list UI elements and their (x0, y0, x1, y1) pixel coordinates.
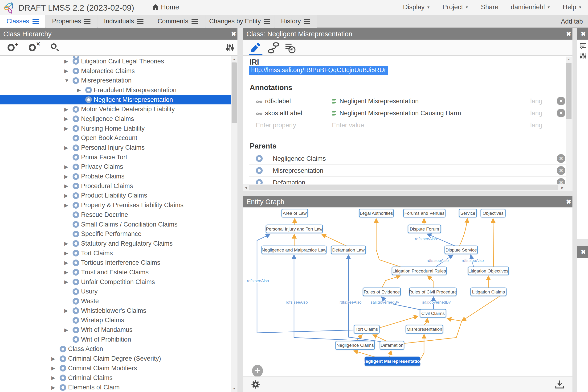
tree-item-whistleblower-s-claims[interactable]: ▶Whistleblower's Claims (0, 306, 231, 316)
parent-class-label[interactable]: Misrepresentation (273, 167, 323, 174)
menu-display[interactable]: Display▼ (403, 3, 430, 11)
tab-menu-icon[interactable] (137, 18, 143, 25)
tree-item-product-liability-claims[interactable]: ▶Product Liability Claims (0, 191, 231, 200)
tab-menu-icon[interactable] (264, 18, 270, 25)
graph-edge[interactable] (390, 350, 391, 357)
graph-edge[interactable] (462, 296, 500, 321)
add-node-button[interactable]: + (252, 365, 263, 377)
tab-individuals[interactable]: Individuals (97, 15, 150, 28)
tree-item-writ-of-mandamus[interactable]: ▶Writ of Mandamus (0, 325, 231, 335)
delete-annotation-button[interactable]: ✕ (557, 97, 565, 105)
graph-node-defamation[interactable]: Defamation (380, 341, 404, 349)
graph-node-legal-authorities[interactable]: Legal Authorities (359, 209, 393, 217)
tab-properties[interactable]: Properties (45, 15, 97, 28)
remove-parent-button[interactable]: ✕ (557, 154, 565, 163)
graph-node-objectives[interactable]: Objectives (481, 209, 505, 217)
graph-node-litigation-procedural-rules[interactable]: Litigation Procedural Rules (392, 267, 446, 275)
tree-item-motor-vehicle-dealership-liability[interactable]: ▶Motor Vehicle Dealership Liability (0, 104, 231, 114)
expand-icon[interactable]: ▶ (64, 164, 72, 170)
tree-item-class-action[interactable]: Class Action (0, 344, 231, 354)
tab-history[interactable]: History (275, 15, 317, 28)
tab-menu-icon[interactable] (192, 18, 198, 25)
new-property-input[interactable]: Enter property (256, 122, 296, 129)
expand-icon[interactable]: ▶ (64, 126, 72, 131)
annotation-lang-placeholder[interactable]: lang (530, 98, 542, 105)
annotation-value[interactable]: Negligent Misrepresentation Causing Harm (339, 110, 461, 117)
annotation-value[interactable]: Negligent Misrepresentation (339, 98, 419, 105)
filter-icon[interactable] (580, 52, 587, 60)
scroll-down-icon[interactable]: ▼ (231, 386, 238, 392)
panel-divider[interactable] (238, 28, 243, 392)
tab-classes[interactable]: Classes (0, 15, 45, 28)
tree-item-fraudulent-misrepresentation[interactable]: ▶Fraudulent Misrepresentation (0, 85, 231, 95)
download-icon[interactable] (555, 380, 565, 389)
graph-edge[interactable] (420, 334, 424, 360)
tree-item-trust-and-estate-claims[interactable]: ▶Trust and Estate Claims (0, 268, 231, 277)
scroll-up-icon[interactable]: ▲ (566, 56, 572, 62)
graph-node-rules-of-civil-procedure[interactable]: Rules of Civil Procedure (409, 288, 457, 296)
expand-icon[interactable]: ▶ (64, 145, 72, 150)
tree-item-prima-facie-tort[interactable]: Prima Facie Tort (0, 152, 231, 162)
expand-icon[interactable]: ▶ (64, 327, 72, 333)
expand-icon[interactable]: ▶ (64, 308, 72, 314)
comment-icon[interactable] (580, 43, 587, 50)
parent-class-label[interactable]: Defamation (273, 179, 305, 184)
graph-edge[interactable] (428, 276, 433, 288)
remove-parent-button[interactable]: ✕ (557, 166, 565, 175)
graph-node-negligent-misrepresentation[interactable]: Negligent Misrepresentation (362, 357, 423, 366)
scroll-thumb[interactable] (566, 63, 572, 119)
tree-item-privacy-claims[interactable]: ▶Privacy Claims (0, 162, 231, 172)
tree-item-procedural-claims[interactable]: ▶Procedural Claims (0, 181, 231, 191)
graph-node-litigation-objectives[interactable]: Litigation Objectives (468, 267, 509, 275)
expand-icon[interactable]: ▶ (64, 183, 72, 189)
relationships-graph-icon[interactable] (268, 42, 280, 54)
tree-item-open-book-account[interactable]: Open Book Account (0, 134, 231, 143)
tree-item-usury[interactable]: Usury (0, 287, 231, 296)
graph-edge[interactable] (382, 276, 400, 288)
scroll-thumb[interactable] (249, 185, 558, 190)
tree-item-statutory-and-regulatory-claims[interactable]: ▶Statutory and Regulatory Claims (0, 239, 231, 248)
tree-item-elements-of-claim[interactable]: ▶Elements of Claim (0, 382, 231, 392)
tree-item-property-premises-liability-claims[interactable]: ▶Property & Premises Liability Claims (0, 200, 231, 210)
close-icon[interactable]: ✖ (580, 31, 587, 37)
home-link[interactable]: Home (152, 3, 179, 11)
tree-item-litigation-civil-legal-theories[interactable]: ▶Litigation Civil Legal Theories (0, 56, 231, 66)
entity-graph-canvas[interactable]: rdfs:seeAlsordfs:seeAlsordfs:seeAlsordfs… (243, 208, 573, 376)
graph-node-negligence-malpractice-law[interactable]: Negligence and Malpractice Law (262, 246, 326, 254)
tab-menu-icon[interactable] (304, 18, 310, 25)
expand-icon[interactable]: ▶ (64, 106, 72, 112)
expand-icon[interactable]: ▶ (64, 250, 72, 256)
graph-node-rules-of-evidence[interactable]: Rules of Evidence (363, 288, 400, 296)
close-icon[interactable]: ✖ (565, 198, 572, 205)
tree-item-criminal-claim-degree-severity-[interactable]: ▶Criminal Claim Degree (Severity) (0, 354, 231, 364)
tree-item-malpractice-claims[interactable]: ▶Malpractice Claims (0, 66, 231, 76)
tab-menu-icon[interactable] (32, 18, 39, 25)
menu-help[interactable]: Help▼ (563, 3, 582, 11)
expand-icon[interactable]: ▶ (64, 260, 72, 266)
graph-node-personal-injury-tort-law[interactable]: Personal Injury and Tort Law (266, 225, 323, 233)
graph-edge[interactable] (376, 218, 400, 267)
expand-icon[interactable]: ▶ (51, 385, 60, 390)
graph-node-forums-and-venues[interactable]: Forums and Venues (404, 209, 445, 217)
tree-item-tort-claims[interactable]: ▶Tort Claims (0, 248, 231, 258)
tree-item-negligence-claims[interactable]: ▶Negligence Claims (0, 114, 231, 124)
close-icon[interactable]: ✖ (565, 31, 572, 37)
graph-edge[interactable] (459, 218, 467, 246)
tree-scrollbar[interactable]: ▲ ▼ (231, 56, 238, 392)
menu-damienriehl[interactable]: damienriehl▼ (511, 3, 551, 11)
expand-icon[interactable]: ▶ (51, 365, 60, 371)
graph-edge[interactable] (354, 351, 375, 357)
tree-item-small-claims-conciliation-claims[interactable]: Small Claims / Conciliation Claims (0, 220, 231, 229)
tree-item-probate-claims[interactable]: ▶Probate Claims (0, 172, 231, 181)
expand-icon[interactable]: ▶ (64, 58, 72, 64)
tree-item-wiretap-claims[interactable]: Wiretap Claims (0, 316, 231, 325)
graph-node-service[interactable]: Service (459, 209, 477, 217)
graph-node-area-of-law[interactable]: Area of Law (282, 209, 308, 217)
tab-changes-by-entity[interactable]: Changes by Entity (205, 15, 274, 28)
tree-item-criminal-claims[interactable]: ▶Criminal Claims (0, 373, 231, 383)
graph-edge[interactable] (322, 234, 346, 246)
gear-icon[interactable] (251, 380, 261, 390)
graph-node-negligence-claims[interactable]: Negligence Claims (336, 341, 375, 349)
tree-item-writ-of-prohibition[interactable]: Writ of Prohibition (0, 335, 231, 344)
close-icon[interactable]: ✖ (230, 31, 237, 37)
